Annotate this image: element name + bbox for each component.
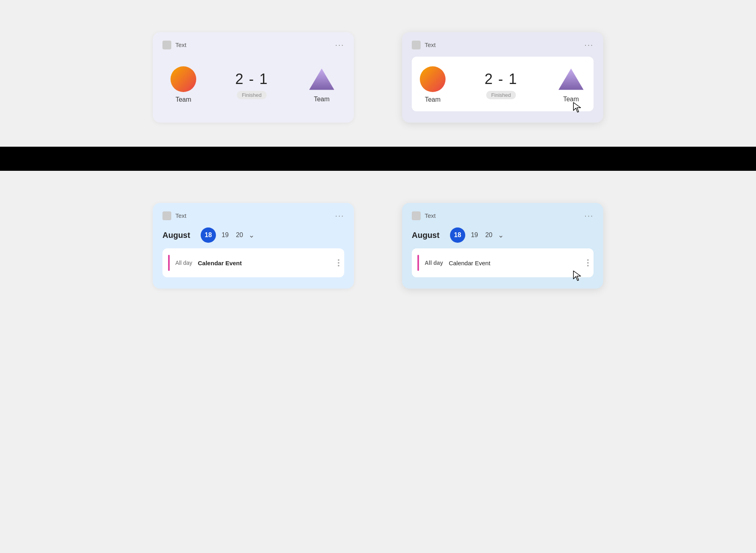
- divider-bar: [0, 147, 756, 171]
- event-bar-1: [168, 255, 170, 271]
- cal-day-20-2[interactable]: 20: [484, 229, 494, 241]
- svg-marker-1: [559, 68, 583, 90]
- cal-header-2: Text ···: [412, 211, 594, 220]
- card-header-1: Text ···: [162, 40, 344, 49]
- cal-card-2: Text ··· August 18 19 20 ⌄ All day Calen…: [402, 203, 603, 289]
- header-text-1: Text: [175, 41, 187, 48]
- sport-card-1: Text ··· Team 2 - 1 Finished: [153, 32, 354, 123]
- card-header-left-1: Text: [162, 41, 187, 49]
- team2-name-2: Team: [563, 96, 579, 103]
- cal-month-label-1: August: [162, 231, 190, 240]
- header-icon-2: [412, 41, 421, 49]
- cal-day-18-1[interactable]: 18: [201, 227, 216, 243]
- event-dot-b: [338, 262, 339, 264]
- more-dots-1[interactable]: ···: [335, 40, 344, 49]
- event-dot-e: [587, 262, 589, 264]
- event-dot-a: [338, 259, 339, 261]
- more-dots-2[interactable]: ···: [584, 40, 594, 49]
- cal-card-1: Text ··· August 18 19 20 ⌄ All day Calen…: [153, 203, 354, 289]
- event-dots-2[interactable]: [587, 259, 589, 266]
- event-allday-2: All day: [425, 260, 443, 266]
- event-title-2: Calendar Event: [449, 260, 588, 266]
- score-block-1: 2 - 1 Finished: [235, 71, 268, 99]
- cal-month-row-1: August 18 19 20 ⌄: [162, 227, 344, 243]
- cal-days-1: 18 19 20 ⌄: [201, 227, 255, 243]
- cal-header-left-2: Text: [412, 211, 436, 220]
- cursor-icon: [573, 102, 581, 115]
- score-block-2: 2 - 1 Finished: [485, 71, 518, 99]
- header-icon-1: [162, 41, 171, 49]
- sport-card-2: Text ··· Team 2 - 1 Finished: [402, 32, 603, 123]
- sport-content-2: Team 2 - 1 Finished: [412, 57, 594, 111]
- sport-content-1: Team 2 - 1 Finished: [162, 57, 344, 111]
- event-dot-c: [338, 265, 339, 266]
- cal-chevron-1[interactable]: ⌄: [249, 231, 255, 240]
- team1-name-1: Team: [175, 96, 191, 103]
- svg-marker-0: [309, 68, 334, 90]
- cal-month-label-2: August: [412, 231, 440, 240]
- card-header-2: Text ···: [412, 40, 594, 49]
- event-row-2: All day Calendar Event: [412, 248, 594, 277]
- team1-name-2: Team: [425, 96, 440, 103]
- team1-block-2: Team: [420, 66, 446, 103]
- cal-chevron-2[interactable]: ⌄: [498, 231, 504, 240]
- team2-logo-1: [307, 67, 336, 92]
- header-text-2: Text: [425, 41, 436, 48]
- cal-more-dots-1[interactable]: ···: [335, 211, 344, 220]
- cal-header-text-1: Text: [175, 212, 187, 219]
- cal-days-2: 18 19 20 ⌄: [450, 227, 504, 243]
- score-text-2: 2 - 1: [485, 71, 518, 88]
- team2-block-2: Team: [557, 67, 585, 103]
- team1-block-1: Team: [171, 66, 196, 103]
- team1-logo-1: [171, 66, 196, 92]
- event-dots-1[interactable]: [338, 259, 339, 266]
- cal-day-18-2[interactable]: 18: [450, 227, 465, 243]
- team1-logo-2: [420, 66, 446, 92]
- cal-more-dots-2[interactable]: ···: [584, 211, 594, 220]
- cal-day-19-1[interactable]: 19: [220, 229, 230, 241]
- event-dot-d: [587, 259, 589, 261]
- event-bar-2: [417, 255, 419, 271]
- cal-day-19-2[interactable]: 19: [469, 229, 480, 241]
- cal-header-icon-1: [162, 211, 171, 220]
- event-title-1: Calendar Event: [198, 260, 339, 266]
- cal-header-1: Text ···: [162, 211, 344, 220]
- cal-event-wrap-2: All day Calendar Event: [412, 248, 594, 277]
- team2-name-1: Team: [314, 96, 329, 103]
- cal-header-icon-2: [412, 211, 421, 220]
- score-text-1: 2 - 1: [235, 71, 268, 88]
- cal-header-left-1: Text: [162, 211, 187, 220]
- cal-day-20-1[interactable]: 20: [234, 229, 245, 241]
- team2-block-1: Team: [307, 67, 336, 103]
- top-section: Text ··· Team 2 - 1 Finished: [0, 0, 756, 147]
- status-badge-2: Finished: [486, 91, 516, 99]
- event-row-1: All day Calendar Event: [162, 248, 344, 277]
- event-allday-1: All day: [175, 260, 192, 266]
- cal-month-row-2: August 18 19 20 ⌄: [412, 227, 594, 243]
- card-header-left-2: Text: [412, 41, 436, 49]
- event-dot-f: [587, 265, 589, 266]
- cal-header-text-2: Text: [425, 212, 436, 219]
- bottom-section: Text ··· August 18 19 20 ⌄ All day Calen…: [0, 171, 756, 313]
- team2-logo-2: [557, 67, 585, 92]
- status-badge-1: Finished: [237, 91, 266, 99]
